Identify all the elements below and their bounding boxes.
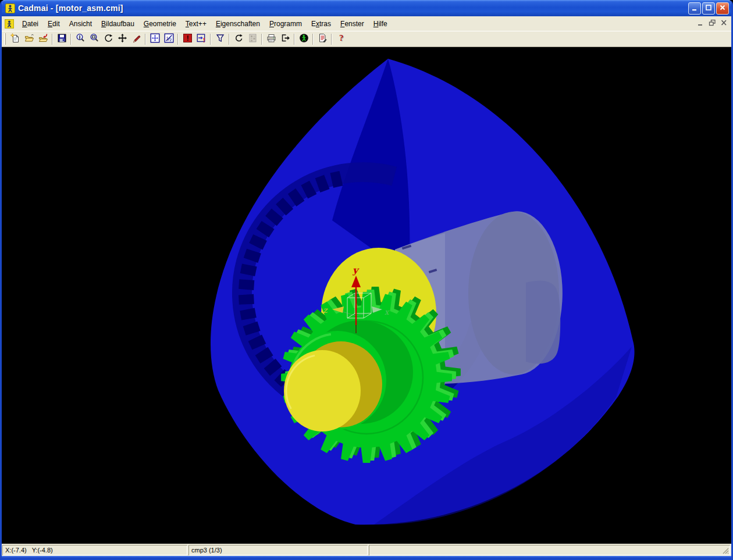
toolbar-new-document-button[interactable] — [8, 33, 22, 46]
menu-extras[interactable]: Extras — [307, 17, 336, 30]
filter-icon — [215, 33, 225, 45]
toolbar-import-file-button[interactable] — [36, 33, 50, 46]
toolbar-stop-error-button[interactable]: ! — [180, 33, 194, 46]
toolbar-drag-handle[interactable] — [4, 33, 6, 45]
toolbar-report-document-button[interactable] — [315, 33, 329, 46]
toolbar-save-button[interactable] — [55, 33, 69, 46]
zoom-window-icon — [90, 33, 99, 45]
toolbar-separator — [145, 34, 146, 45]
toolbar-refresh-button[interactable] — [232, 33, 245, 46]
mdi-window-controls — [695, 19, 730, 28]
gear-shaft-stub[interactable] — [284, 350, 361, 431]
report-document-icon — [318, 33, 328, 45]
mdi-close-button[interactable] — [718, 19, 729, 28]
toolbar-zoom-fit-button[interactable] — [148, 33, 162, 46]
menu-programm[interactable]: Programm — [265, 17, 307, 30]
menu-datei[interactable]: Datei — [17, 17, 43, 30]
status-extra — [369, 545, 730, 555]
svg-text:!: ! — [186, 34, 188, 42]
scale-half-icon: ½ — [164, 33, 174, 45]
help-icon: ?? — [336, 33, 346, 45]
stop-error-icon: ! — [183, 33, 193, 45]
toolbar-separator — [210, 34, 211, 45]
toolbar-run-program-button[interactable] — [297, 33, 311, 46]
window-title: Cadmai - [motor_asm.cmi] — [18, 3, 688, 13]
save-icon — [57, 33, 67, 45]
status-component: cmp3 (1/3) — [188, 545, 368, 555]
toolbar-separator — [294, 34, 295, 45]
window-controls — [688, 2, 729, 15]
run-program-icon — [299, 33, 309, 45]
toolbar-rotate-view-button[interactable] — [101, 33, 115, 46]
toolbar-redline-pen-button[interactable] — [129, 33, 143, 46]
import-file-icon — [38, 33, 48, 45]
shaft-stub[interactable] — [526, 281, 560, 364]
close-icon — [719, 3, 726, 13]
toolbar-separator — [177, 34, 179, 45]
zoom-fit-icon — [150, 33, 160, 45]
mdi-document-icon[interactable] — [5, 19, 14, 28]
mdi-close-icon — [720, 19, 728, 28]
toolbar-zoom-window-button[interactable] — [87, 33, 101, 46]
menu-items: DateiEditAnsichtBildaufbauGeometrieText+… — [17, 17, 392, 30]
pan-view-icon — [118, 33, 127, 45]
minimize-icon — [691, 3, 698, 13]
refresh-icon — [234, 33, 244, 45]
menu-text[interactable]: Text++ — [181, 17, 211, 30]
new-document-icon — [10, 33, 20, 45]
toolbar-filter-button[interactable] — [213, 33, 227, 46]
toolbar-goto-error-button[interactable]: ! — [194, 33, 208, 46]
3d-viewport[interactable]: zxy — [2, 47, 731, 544]
toolbar-separator — [229, 34, 230, 45]
mdi-minimize-button[interactable] — [695, 19, 706, 28]
component-readout: cmp3 (1/3) — [191, 547, 222, 554]
maximize-icon — [705, 3, 712, 13]
close-button[interactable] — [716, 2, 729, 15]
application-window: Cadmai - [motor_asm.cmi] DateiEditAnsich… — [0, 0, 733, 560]
mdi-minimize-icon — [697, 19, 704, 28]
coordinate-readout: X:(-7.4) Y:(-4.8) — [5, 547, 53, 554]
resize-grip[interactable] — [722, 547, 730, 555]
title-bar[interactable]: Cadmai - [motor_asm.cmi] — [2, 0, 731, 16]
minimize-button[interactable] — [688, 2, 701, 15]
mdi-restore-button[interactable] — [707, 19, 717, 28]
svg-text:!: ! — [203, 36, 205, 43]
menu-hilfe[interactable]: Hilfe — [369, 17, 392, 30]
assembly-icon — [248, 33, 258, 45]
toolbar-zoom-dynamic-button[interactable] — [73, 33, 87, 46]
app-icon[interactable] — [5, 3, 15, 13]
rotate-view-icon — [104, 33, 113, 45]
toolbar-separator — [52, 34, 53, 45]
viewport-scene[interactable]: zxy — [2, 47, 731, 544]
export-icon — [280, 33, 290, 45]
menu-edit[interactable]: Edit — [43, 17, 65, 30]
menu-bar: DateiEditAnsichtBildaufbauGeometrieText+… — [2, 16, 731, 31]
menu-ansicht[interactable]: Ansicht — [65, 17, 97, 30]
toolbar-pan-view-button[interactable] — [115, 33, 129, 46]
maximize-button[interactable] — [702, 2, 715, 15]
toolbar-separator — [312, 34, 314, 45]
redline-pen-icon — [131, 33, 141, 45]
open-file-icon — [24, 33, 34, 45]
toolbar-export-button[interactable] — [278, 33, 292, 46]
print-icon — [266, 33, 276, 45]
toolbar-print-button[interactable] — [264, 33, 278, 46]
toolbar-separator — [261, 34, 262, 45]
toolbar-scale-half-button[interactable]: ½ — [162, 33, 176, 46]
mdi-restore-icon — [709, 19, 716, 28]
status-coordinates: X:(-7.4) Y:(-4.8) — [2, 545, 187, 555]
menu-bildaufbau[interactable]: Bildaufbau — [97, 17, 139, 30]
menu-geometrie[interactable]: Geometrie — [139, 17, 181, 30]
menu-eigenschaften[interactable]: Eigenschaften — [211, 17, 265, 30]
goto-error-icon: ! — [197, 33, 207, 45]
toolbar-separator — [331, 34, 332, 45]
toolbar-assembly-button — [245, 33, 259, 46]
zoom-dynamic-icon — [76, 33, 86, 45]
menu-fenster[interactable]: Fenster — [336, 17, 369, 30]
svg-text:½: ½ — [166, 35, 172, 42]
toolbar-buttons: ½!!?? — [8, 33, 348, 46]
window-bottom-frame — [2, 556, 731, 560]
toolbar-help-button[interactable]: ?? — [334, 33, 348, 46]
toolbar-open-file-button[interactable] — [22, 33, 36, 46]
svg-text:?: ? — [339, 33, 344, 42]
